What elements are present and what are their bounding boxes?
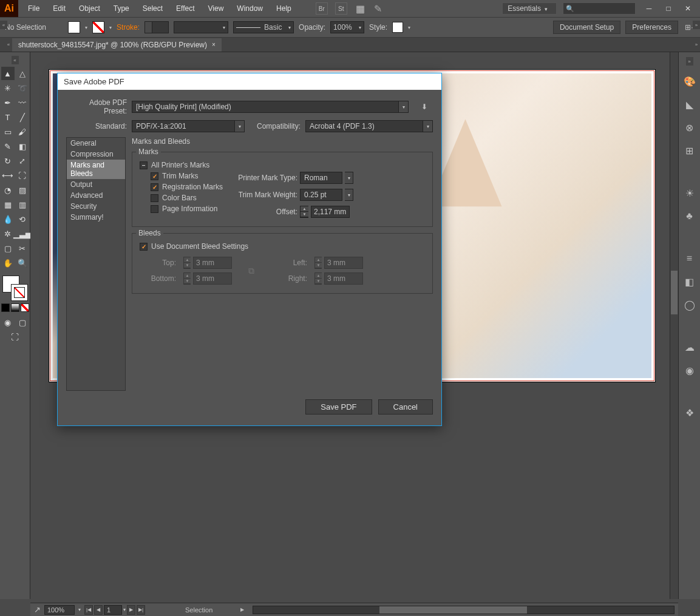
menu-view[interactable]: View	[202, 1, 230, 16]
close-tab-icon[interactable]: ×	[212, 41, 216, 48]
layers-panel-icon[interactable]: ❖	[682, 405, 697, 420]
direct-selection-tool[interactable]: △	[16, 67, 29, 80]
stroke-panel-icon[interactable]: ♣	[682, 209, 697, 223]
feather-icon[interactable]: ✎	[374, 3, 382, 15]
stroke-weight-input[interactable]	[144, 21, 169, 33]
menu-window[interactable]: Window	[231, 1, 269, 16]
graphic-styles-panel-icon[interactable]: ◉	[682, 363, 697, 377]
save-pdf-button[interactable]: Save PDF	[305, 399, 372, 415]
eyedropper-tool[interactable]: 💧	[1, 212, 15, 226]
column-graph-tool[interactable]: ▁▃▅	[16, 227, 29, 240]
sidebar-item-compression[interactable]: Compression	[67, 149, 125, 160]
screen-mode-icon[interactable]: ▢	[16, 316, 29, 329]
selection-tool[interactable]: ▲	[1, 67, 15, 80]
shape-builder-tool[interactable]: ◔	[1, 183, 15, 197]
none-mode-icon[interactable]	[21, 303, 29, 312]
registration-marks-checkbox[interactable]	[151, 183, 158, 191]
preset-dropdown[interactable]: [High Quality Print] (Modified)	[132, 101, 399, 113]
next-page-button[interactable]: ▶	[127, 605, 135, 615]
panel-collapse[interactable]: »	[686, 57, 693, 66]
bridge-icon[interactable]: Br	[316, 2, 328, 15]
hand-tool[interactable]: ✋	[1, 256, 15, 269]
search-input[interactable]: 🔍	[563, 2, 636, 15]
preferences-button[interactable]: Preferences	[625, 21, 678, 34]
menu-select[interactable]: Select	[137, 1, 169, 16]
artboard-tool[interactable]: ▢	[1, 242, 15, 255]
eraser-tool[interactable]: ◧	[16, 140, 29, 153]
document-setup-button[interactable]: Document Setup	[553, 21, 620, 34]
chevron-down-icon[interactable]: ▾	[235, 120, 245, 132]
weight-dropdown[interactable]: 0.25 pt	[300, 189, 342, 201]
libraries-panel-icon[interactable]: ☁	[682, 340, 697, 354]
paintbrush-tool[interactable]: 🖌	[16, 125, 29, 138]
brushes-panel-icon[interactable]: ⊞	[682, 143, 697, 158]
mark-type-dropdown[interactable]: Roman	[300, 172, 342, 184]
lasso-tool[interactable]: ➰	[16, 81, 29, 95]
rectangle-tool[interactable]: ▭	[1, 125, 15, 138]
magic-wand-tool[interactable]: ✳	[1, 81, 15, 95]
fill-swatch[interactable]	[68, 21, 80, 33]
sidebar-item-general[interactable]: General	[67, 138, 125, 149]
standard-dropdown[interactable]: PDF/X-1a:2001	[132, 120, 235, 132]
stock-icon[interactable]: St	[335, 2, 347, 15]
sidebar-item-security[interactable]: Security	[67, 201, 125, 212]
workspace-switcher[interactable]: Essentials	[502, 2, 557, 15]
symbol-sprayer-tool[interactable]: ✲	[1, 227, 15, 240]
transparency-panel-icon[interactable]: ◧	[682, 274, 697, 289]
page-info-checkbox[interactable]	[151, 205, 158, 213]
horizontal-scrollbar[interactable]	[253, 606, 675, 614]
menu-type[interactable]: Type	[107, 1, 135, 16]
last-page-button[interactable]: ▶|	[137, 605, 145, 615]
compat-dropdown[interactable]: Acrobat 4 (PDF 1.3)	[305, 120, 423, 132]
menu-edit[interactable]: Edit	[47, 1, 72, 16]
pen-tool[interactable]: ✒	[1, 96, 15, 109]
chevron-down-icon[interactable]: ▾	[423, 120, 433, 132]
prev-page-button[interactable]: ◀	[94, 605, 103, 615]
color-guide-panel-icon[interactable]: ◣	[682, 97, 697, 112]
sidebar-item-output[interactable]: Output	[67, 179, 125, 190]
opacity-input[interactable]: 100%	[330, 21, 364, 33]
sidebar-item-summary[interactable]: Summary!	[67, 212, 125, 223]
vertical-scrollbar[interactable]	[670, 52, 678, 599]
curvature-tool[interactable]: 〰	[16, 96, 29, 109]
color-bars-checkbox[interactable]	[151, 194, 158, 202]
slice-tool[interactable]: ✂	[16, 242, 29, 255]
trim-marks-checkbox[interactable]	[151, 172, 158, 180]
arrange-icon[interactable]: ▦	[355, 2, 367, 15]
style-swatch[interactable]	[392, 22, 403, 33]
stroke-swatch[interactable]	[92, 21, 104, 33]
color-mode-icon[interactable]	[1, 303, 10, 312]
perspective-grid-tool[interactable]: ▨	[16, 183, 29, 197]
zoom-field[interactable]: 100%	[44, 605, 75, 615]
close-button[interactable]: ✕	[679, 2, 696, 15]
collapse-left-icon[interactable]: «	[0, 21, 7, 29]
width-tool[interactable]: ⟷	[1, 169, 15, 182]
collapse-right-icon[interactable]: »	[693, 21, 700, 29]
zoom-tool[interactable]: 🔍	[16, 256, 29, 269]
page-field[interactable]: 1	[104, 605, 122, 615]
scale-tool[interactable]: ⤢	[16, 154, 29, 168]
swatches-panel-icon[interactable]: ⊗	[682, 120, 697, 135]
minimize-button[interactable]: ─	[641, 2, 658, 15]
draw-mode-icon[interactable]: ◉	[1, 316, 15, 329]
gradient-tool[interactable]: ▥	[16, 198, 29, 211]
all-printers-marks-checkbox[interactable]	[140, 161, 148, 169]
gradient-mode-icon[interactable]	[11, 303, 19, 312]
menu-file[interactable]: File	[22, 1, 46, 16]
document-tab[interactable]: shutterstock_94815547.jpg* @ 100% (RGB/G…	[12, 38, 222, 52]
rotate-tool[interactable]: ↻	[1, 154, 15, 168]
fill-stroke-control[interactable]	[2, 276, 28, 301]
maximize-button[interactable]: □	[660, 2, 677, 15]
shaper-tool[interactable]: ✎	[1, 140, 15, 153]
symbols-panel-icon[interactable]: ☀	[682, 186, 697, 200]
change-screen-icon[interactable]: ⛶	[8, 330, 22, 344]
color-panel-icon[interactable]: 🎨	[682, 74, 697, 89]
stroke-profile-dropdown[interactable]	[174, 21, 228, 33]
menu-help[interactable]: Help	[270, 1, 297, 16]
stroke-color[interactable]	[11, 284, 28, 301]
menu-object[interactable]: Object	[73, 1, 106, 16]
appearance-panel-icon[interactable]: ◯	[682, 297, 697, 312]
line-tool[interactable]: ╱	[16, 110, 29, 124]
cancel-button[interactable]: Cancel	[378, 399, 433, 415]
sidebar-item-marks-bleeds[interactable]: Marks and Bleeds	[67, 160, 125, 179]
